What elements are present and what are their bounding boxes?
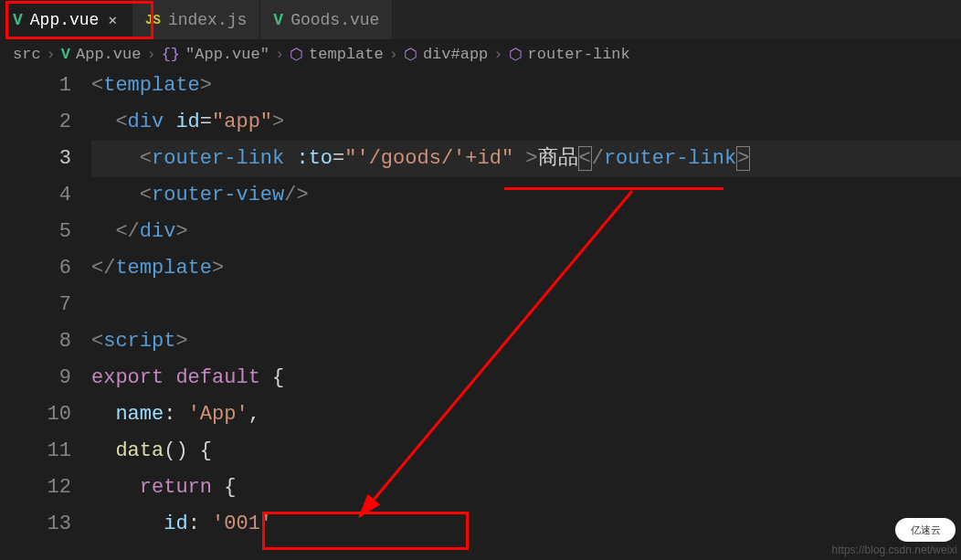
code-line: </div> [91,214,961,250]
breadcrumb-item[interactable]: App.vue [76,46,141,63]
line-number: 1 [0,68,71,104]
cube-icon: ⬡ [509,45,523,64]
annotation-underline [504,187,723,190]
cube-icon: ⬡ [404,45,417,64]
braces-icon: {} [162,46,180,63]
tab-label: index.js [168,11,247,29]
code-line: export default { [91,360,961,396]
chevron-right-icon: › [275,46,284,63]
chevron-right-icon: › [47,46,56,63]
editor-tabs: V App.vue ✕ JS index.js V Goods.vue [0,0,961,40]
code-line: <script> [91,323,961,360]
line-number: 6 [0,250,71,287]
breadcrumb: src › V App.vue › {} "App.vue" › ⬡ templ… [0,40,961,68]
code-line-current: <router-link :to="'/goods/'+id" >商品</rou… [91,141,961,177]
chevron-right-icon: › [389,46,398,63]
line-number: 10 [0,396,71,433]
js-icon: JS [145,13,161,27]
close-icon[interactable]: ✕ [106,11,119,29]
breadcrumb-item[interactable]: src [13,46,41,63]
code-line: <router-view/> [91,177,961,214]
code-line: <div id="app"> [91,104,961,141]
cube-icon: ⬡ [290,45,303,64]
line-number: 3 [0,141,71,177]
tab-app-vue[interactable]: V App.vue ✕ [0,0,132,39]
tab-label: Goods.vue [290,11,379,29]
code-line: id: '001' [91,506,961,543]
tab-goods-vue[interactable]: V Goods.vue [260,0,393,39]
line-number: 12 [0,470,71,506]
code-line: data() { [91,433,961,470]
vue-icon: V [273,11,283,29]
code-line [91,287,961,323]
breadcrumb-item[interactable]: "App.vue" [185,46,269,63]
code-line: return { [91,470,961,506]
code-line: <template> [91,68,961,104]
watermark-logo: 亿速云 [895,518,956,542]
breadcrumb-item[interactable]: router-link [528,46,630,63]
chevron-right-icon: › [493,46,502,63]
tab-label: App.vue [30,11,100,29]
vue-icon: V [61,46,70,63]
line-gutter: 1 2 3 4 5 6 7 8 9 10 11 12 13 [0,68,91,543]
line-number: 5 [0,214,71,250]
vue-icon: V [13,11,23,29]
code-line: </template> [91,250,961,287]
line-number: 7 [0,287,71,323]
line-number: 2 [0,104,71,141]
line-number: 13 [0,506,71,543]
breadcrumb-item[interactable]: div#app [423,46,488,63]
line-number: 8 [0,323,71,360]
chevron-right-icon: › [146,46,155,63]
watermark-url: https://blog.csdn.net/weixi [832,544,957,556]
line-number: 9 [0,360,71,396]
tab-index-js[interactable]: JS index.js [132,0,260,39]
line-number: 4 [0,177,71,214]
code-editor[interactable]: 1 2 3 4 5 6 7 8 9 10 11 12 13 <template>… [0,68,961,543]
line-number: 11 [0,433,71,470]
code-line: name: 'App', [91,396,961,433]
breadcrumb-item[interactable]: template [309,46,384,63]
code-area[interactable]: <template> <div id="app"> <router-link :… [91,68,961,543]
